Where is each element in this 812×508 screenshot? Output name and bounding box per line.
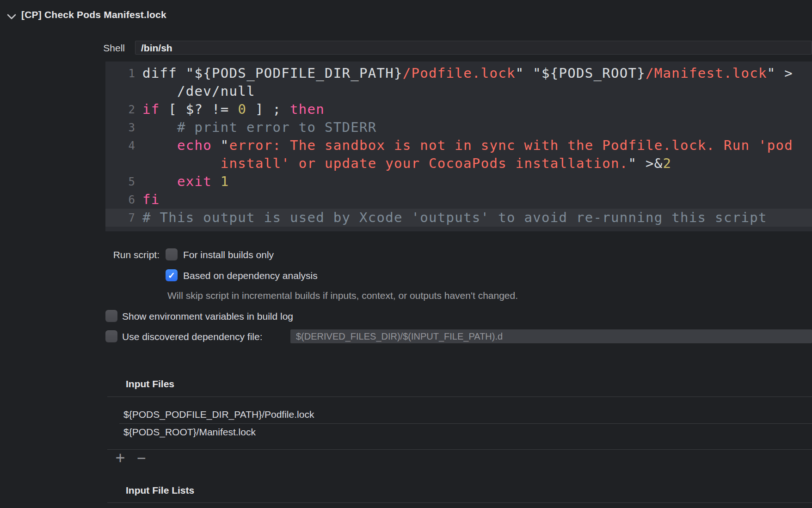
divider bbox=[107, 449, 812, 450]
shell-label: Shell bbox=[65, 43, 125, 54]
dependency-file-input[interactable]: $(DERIVED_FILES_DIR)/$(INPUT_FILE_PATH).… bbox=[290, 329, 812, 343]
dependency-analysis-note: Will skip script in incremental builds i… bbox=[167, 290, 518, 301]
code-line[interactable]: /dev/null bbox=[105, 82, 812, 100]
code-line[interactable]: 1diff "${PODS_PODFILE_DIR_PATH}/Podfile.… bbox=[105, 64, 812, 82]
code-line[interactable]: 3 # print error to STDERR bbox=[105, 118, 812, 136]
code-line[interactable]: 7# This output is used by Xcode 'outputs… bbox=[105, 209, 812, 227]
line-number: 6 bbox=[105, 191, 135, 209]
checkbox-based-on-dependency-analysis[interactable]: ✓ bbox=[166, 269, 178, 281]
script-editor[interactable]: 1diff "${PODS_PODFILE_DIR_PATH}/Podfile.… bbox=[105, 62, 812, 231]
dependency-file-placeholder: $(DERIVED_FILES_DIR)/$(INPUT_FILE_PATH).… bbox=[296, 331, 503, 341]
code-line[interactable]: 4 echo "error: The sandbox is not in syn… bbox=[105, 136, 812, 155]
build-phase-title: [CP] Check Pods Manifest.lock bbox=[21, 9, 166, 20]
line-number: 3 bbox=[105, 118, 135, 136]
shell-input[interactable]: /bin/sh bbox=[135, 41, 812, 55]
input-file-lists-heading: Input File Lists bbox=[126, 485, 194, 496]
code-line[interactable]: install' or update your CocoaPods instal… bbox=[105, 155, 812, 173]
line-number: 7 bbox=[105, 209, 135, 227]
line-number: 4 bbox=[105, 136, 135, 155]
input-file-row[interactable]: ${PODS_PODFILE_DIR_PATH}/Podfile.lock bbox=[107, 406, 812, 423]
checkbox-show-env-variables[interactable] bbox=[105, 310, 117, 322]
remove-input-file-button[interactable]: − bbox=[135, 448, 148, 468]
run-script-label: Run script: bbox=[83, 249, 160, 260]
code-line[interactable]: 5 exit 1 bbox=[105, 173, 812, 191]
checkmark-icon: ✓ bbox=[168, 271, 175, 280]
shell-value: /bin/sh bbox=[141, 43, 172, 53]
input-files-table: ${PODS_PODFILE_DIR_PATH}/Podfile.lock${P… bbox=[107, 406, 812, 441]
line-number: 5 bbox=[105, 173, 135, 191]
checkbox-for-install-builds-only[interactable] bbox=[166, 248, 178, 260]
divider bbox=[107, 396, 812, 397]
line-number: 2 bbox=[105, 100, 135, 118]
line-number bbox=[105, 82, 135, 100]
chevron-down-icon[interactable] bbox=[6, 12, 17, 19]
checkbox-use-discovered-dependency-file[interactable] bbox=[105, 330, 117, 342]
add-input-file-button[interactable]: + bbox=[114, 448, 127, 468]
line-number: 1 bbox=[105, 64, 135, 82]
line-number bbox=[105, 155, 135, 173]
show-env-variables-label: Show environment variables in build log bbox=[122, 311, 293, 322]
build-phase-panel: [CP] Check Pods Manifest.lock Shell /bin… bbox=[0, 0, 812, 508]
for-install-builds-only-label: For install builds only bbox=[183, 249, 274, 260]
use-discovered-dependency-file-label: Use discovered dependency file: bbox=[122, 331, 263, 342]
based-on-dependency-analysis-label: Based on dependency analysis bbox=[183, 270, 318, 281]
divider bbox=[107, 502, 812, 503]
input-files-heading: Input Files bbox=[126, 378, 174, 390]
input-file-row[interactable]: ${PODS_ROOT}/Manifest.lock bbox=[107, 423, 812, 441]
code-line[interactable]: 2if [ $? != 0 ] ; then bbox=[105, 100, 812, 118]
code-line[interactable]: 6fi bbox=[105, 191, 812, 209]
